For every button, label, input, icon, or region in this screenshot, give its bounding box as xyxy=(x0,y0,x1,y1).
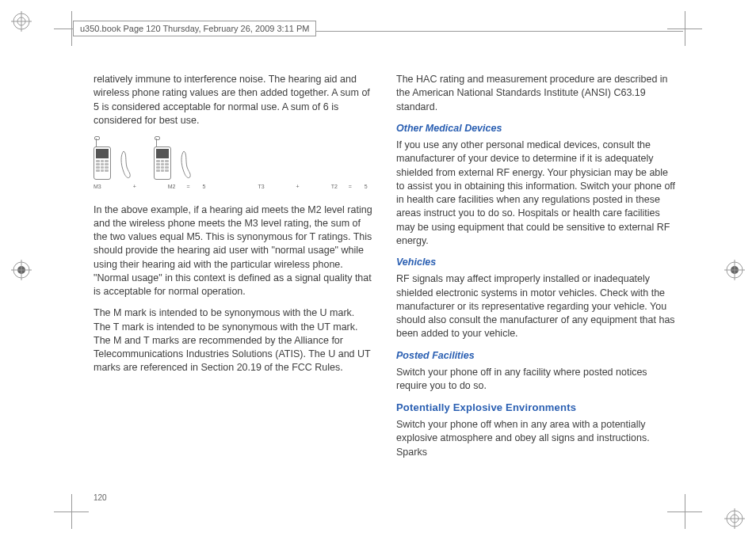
diagram-unit-t xyxy=(154,139,193,180)
page-content: relatively immune to interference noise.… xyxy=(94,73,677,485)
body-text: relatively immune to interference noise.… xyxy=(94,73,374,127)
eq-label: + xyxy=(132,183,138,191)
heading-explosive-environments: Potentially Explosive Environments xyxy=(396,401,677,415)
body-text: RF signals may affect improperly install… xyxy=(396,272,677,340)
eq-label: M2 xyxy=(168,183,176,191)
eq-label: T3 xyxy=(258,183,264,191)
registration-mark-icon xyxy=(724,508,745,529)
body-text: The M mark is intended to be synonymous … xyxy=(94,306,374,375)
page-number: 120 xyxy=(94,493,107,502)
body-text: If you use any other personal medical de… xyxy=(396,139,677,248)
hearing-aid-diagram: M3 + M2 = 5 T3 + T2 = 5 xyxy=(94,135,374,194)
phone-icon xyxy=(154,139,171,180)
diagram-equation: M3 + M2 = 5 T3 + T2 = 5 xyxy=(94,183,374,191)
body-text: In the above example, if a hearing aid m… xyxy=(94,203,374,299)
document-file-info: u350.book Page 120 Thursday, February 26… xyxy=(73,21,316,36)
eq-label: = xyxy=(185,183,191,191)
crop-mark-icon xyxy=(54,494,89,529)
body-text: Switch your phone off in any facility wh… xyxy=(396,366,677,394)
eq-label: M3 xyxy=(94,183,101,191)
body-text: Switch your phone off when in any area w… xyxy=(396,418,677,459)
document-header: u350.book Page 120 Thursday, February 26… xyxy=(73,21,683,41)
left-column: relatively immune to interference noise.… xyxy=(94,73,374,485)
body-text: The HAC rating and measurement procedure… xyxy=(396,73,677,114)
eq-label: 5 xyxy=(200,183,207,191)
heading-posted-facilities: Posted Facilities xyxy=(396,349,677,363)
eq-label: T2 xyxy=(331,183,338,191)
registration-mark-icon xyxy=(724,260,745,280)
eq-label: 5 xyxy=(363,183,369,191)
diagram-unit-m xyxy=(94,139,133,180)
right-column: The HAC rating and measurement procedure… xyxy=(396,73,677,485)
phone-icon xyxy=(94,139,111,180)
crop-mark-icon xyxy=(667,494,702,529)
registration-mark-icon xyxy=(11,11,32,32)
heading-vehicles: Vehicles xyxy=(396,256,677,269)
hearing-aid-icon xyxy=(119,148,133,180)
registration-mark-icon xyxy=(11,260,32,280)
heading-other-medical: Other Medical Devices xyxy=(396,122,677,135)
eq-label: + xyxy=(295,183,301,191)
eq-label: = xyxy=(347,183,353,191)
hearing-aid-icon xyxy=(179,148,193,180)
